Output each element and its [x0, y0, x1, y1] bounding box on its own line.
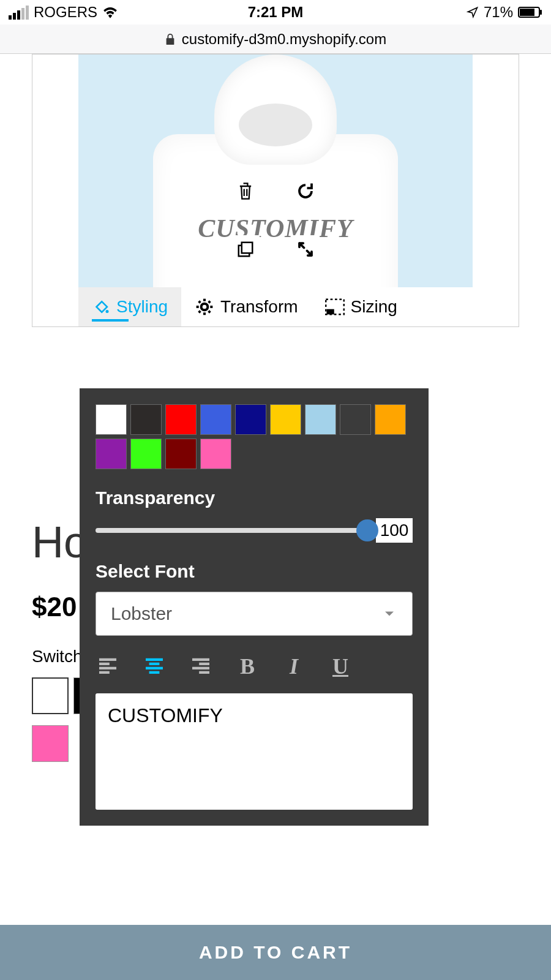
battery-label: 71%	[484, 4, 513, 21]
font-select[interactable]: Lobster	[96, 592, 413, 636]
url-text: customify-d3m0.myshopify.com	[182, 31, 386, 48]
paint-bucket-icon	[92, 298, 110, 316]
gear-icon	[195, 297, 214, 317]
styling-panel: Transparency 100 Select Font Lobster B I…	[80, 388, 429, 826]
underline-button[interactable]: U	[328, 654, 353, 679]
design-text-input[interactable]: CUSTOMIFY	[96, 693, 413, 810]
copy-icon	[236, 240, 255, 258]
text-format-toolbar: B I U	[96, 654, 413, 679]
svg-rect-8	[326, 309, 334, 315]
svg-rect-4	[242, 243, 253, 254]
location-icon	[467, 6, 479, 18]
transparency-slider[interactable]	[96, 528, 372, 533]
selection-icon	[325, 298, 345, 315]
font-label: Select Font	[96, 561, 413, 582]
color-swatch[interactable]	[96, 404, 127, 435]
svg-point-5	[106, 310, 109, 313]
color-swatch[interactable]	[130, 404, 162, 435]
browser-url-bar[interactable]: customify-d3m0.myshopify.com	[0, 24, 551, 54]
svg-point-6	[201, 304, 208, 311]
color-swatch[interactable]	[340, 404, 371, 435]
align-left-button[interactable]	[96, 654, 120, 679]
tab-label: Transform	[220, 297, 298, 317]
slider-thumb[interactable]	[356, 519, 378, 541]
svg-rect-2	[540, 10, 542, 15]
color-swatch[interactable]	[200, 404, 231, 435]
tab-label: Styling	[116, 297, 168, 317]
color-swatch[interactable]	[165, 439, 197, 469]
tab-sizing[interactable]: Sizing	[312, 287, 411, 326]
trash-icon	[237, 181, 254, 201]
svg-rect-1	[520, 9, 534, 16]
align-right-button[interactable]	[189, 654, 213, 679]
tab-transform[interactable]: Transform	[181, 287, 312, 326]
tab-label: Sizing	[351, 297, 397, 317]
battery-icon	[518, 7, 542, 18]
color-swatch[interactable]	[305, 404, 336, 435]
editor-tabs: Styling Transform Sizing	[78, 287, 473, 326]
color-swatch[interactable]	[235, 404, 266, 435]
design-canvas[interactable]: CUSTOMIFY	[78, 55, 473, 287]
cta-label: ADD TO CART	[199, 942, 352, 963]
tab-styling[interactable]: Styling	[78, 287, 181, 326]
italic-button[interactable]: I	[282, 654, 306, 679]
product-canvas-frame: CUSTOMIFY Styling Transform	[32, 54, 519, 327]
resize-handle[interactable]	[291, 235, 320, 263]
cell-signal-icon	[9, 6, 29, 20]
color-swatch[interactable]	[165, 404, 197, 435]
transparency-label: Transparency	[96, 488, 413, 508]
align-center-icon	[144, 658, 165, 675]
rotate-icon	[296, 182, 315, 200]
color-swatch[interactable]	[130, 439, 162, 469]
bold-button[interactable]: B	[235, 654, 260, 679]
color-swatch[interactable]	[270, 404, 301, 435]
status-bar: ROGERS 7:21 PM 71%	[0, 0, 551, 24]
align-left-icon	[97, 658, 118, 675]
transparency-value[interactable]: 100	[376, 518, 413, 543]
add-to-cart-button[interactable]: ADD TO CART	[0, 925, 551, 980]
font-select-value: Lobster	[111, 603, 172, 624]
lock-icon	[165, 33, 176, 45]
variant-swatch[interactable]	[32, 725, 69, 762]
color-swatch[interactable]	[375, 404, 406, 435]
variant-swatch[interactable]	[32, 677, 69, 714]
color-swatch-grid	[96, 404, 413, 469]
product-mockup-hoodie	[122, 61, 429, 287]
wifi-icon	[102, 6, 118, 18]
duplicate-handle[interactable]	[231, 235, 260, 263]
rotate-handle[interactable]	[291, 177, 320, 205]
delete-handle[interactable]	[231, 177, 260, 205]
align-center-button[interactable]	[142, 654, 167, 679]
resize-icon	[296, 240, 315, 258]
align-right-icon	[190, 658, 211, 675]
color-swatch[interactable]	[200, 439, 231, 469]
carrier-label: ROGERS	[34, 4, 97, 21]
color-swatch[interactable]	[96, 439, 127, 469]
canvas-design-text[interactable]: CUSTOMIFY	[78, 214, 473, 243]
